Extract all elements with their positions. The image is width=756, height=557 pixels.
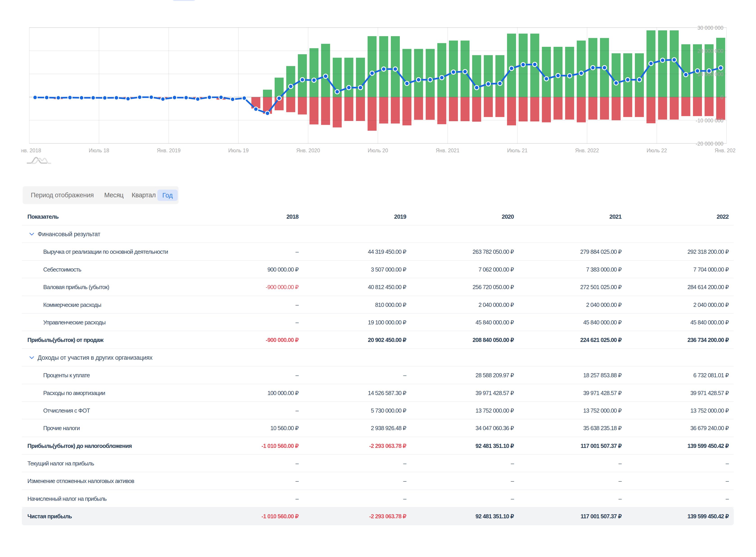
svg-text:30 000 000: 30 000 000 (697, 25, 723, 31)
svg-text:-20 000 000: -20 000 000 (696, 141, 723, 147)
svg-text:Янв. 2019: Янв. 2019 (157, 148, 180, 153)
svg-text:Янв. 2022: Янв. 2022 (575, 148, 599, 153)
svg-text:Янв. 2020: Янв. 2020 (296, 148, 320, 153)
svg-text:10 000 000: 10 000 000 (697, 71, 723, 77)
svg-text:Июль 19: Июль 19 (228, 148, 249, 153)
svg-text:Янв. 2023: Янв. 2023 (715, 148, 735, 153)
svg-text:Янв. 2018: Янв. 2018 (21, 148, 41, 153)
svg-text:0: 0 (721, 94, 723, 100)
svg-text:Июль 20: Июль 20 (368, 148, 388, 153)
svg-text:Июль 21: Июль 21 (507, 148, 528, 153)
svg-text:-10 000 000: -10 000 000 (696, 118, 723, 123)
svg-text:Янв. 2021: Янв. 2021 (436, 148, 459, 153)
svg-text:Июль 18: Июль 18 (89, 148, 109, 153)
svg-text:Июль 22: Июль 22 (647, 148, 667, 153)
svg-text:20 000 000: 20 000 000 (697, 48, 723, 54)
